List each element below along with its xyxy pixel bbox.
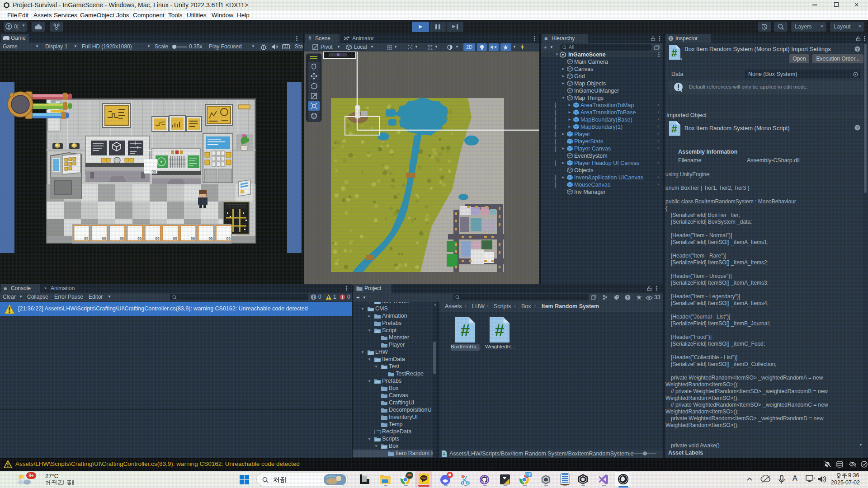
svg-text:99: 99	[208, 236, 213, 241]
svg-text:99: 99	[191, 236, 195, 241]
svg-text:99: 99	[151, 169, 156, 174]
svg-text:?: ?	[856, 126, 859, 130]
svg-text:99: 99	[120, 236, 124, 241]
svg-text:#: #	[671, 123, 677, 135]
svg-text:?: ?	[856, 47, 859, 52]
svg-text:99: 99	[226, 236, 231, 241]
svg-text:99: 99	[137, 236, 142, 241]
svg-text:#: #	[671, 47, 677, 59]
svg-text:#: #	[461, 321, 470, 340]
svg-text:#: #	[495, 321, 505, 340]
svg-text:99: 99	[84, 236, 89, 241]
svg-text:99: 99	[155, 236, 160, 241]
svg-text:#: #	[443, 451, 446, 456]
svg-text:99: 99	[102, 236, 106, 241]
svg-text:TALK: TALK	[421, 477, 427, 479]
svg-text:99: 99	[173, 236, 178, 241]
